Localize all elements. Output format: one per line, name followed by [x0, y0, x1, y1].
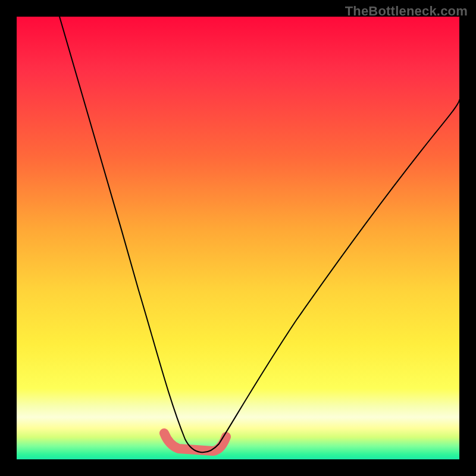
plot-area	[17, 17, 459, 459]
chart-frame: TheBottleneck.com	[0, 0, 476, 476]
curve-layer	[17, 17, 459, 459]
bottleneck-curve	[60, 17, 459, 452]
optimal-range-marker	[164, 433, 226, 451]
watermark-text: TheBottleneck.com	[345, 4, 468, 19]
